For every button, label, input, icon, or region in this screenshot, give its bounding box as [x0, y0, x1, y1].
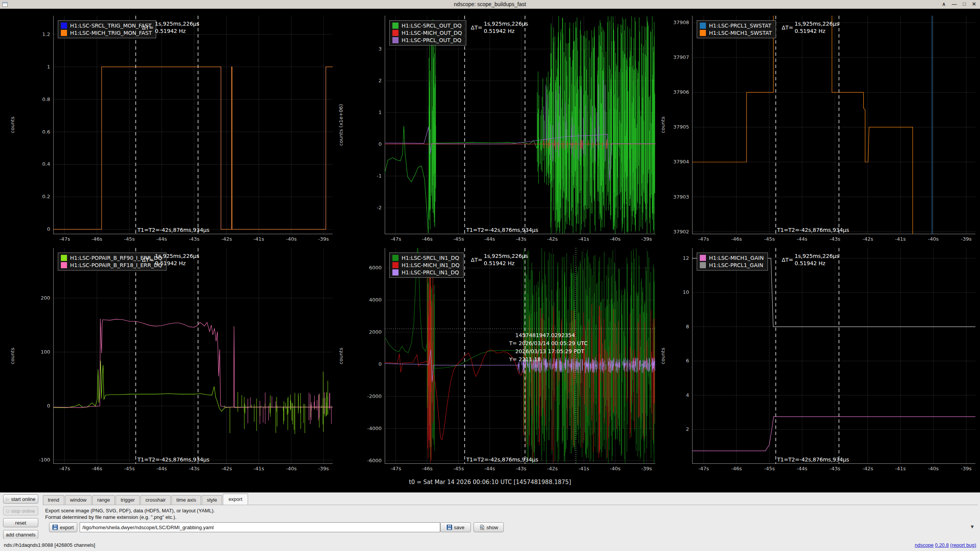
tab-style[interactable]: style: [202, 495, 222, 505]
maximize-window-button-icon[interactable]: □: [963, 0, 966, 8]
legend-item: H1:LSC-PRCL_OUT_DQ: [392, 37, 462, 43]
panel-dropdown-arrow[interactable]: ▼: [970, 524, 975, 530]
t0-timestamp-label: t0 = Sat Mar 14 2026 00:06:10 UTC [14574…: [0, 479, 980, 486]
export-controls-row: export save show ▼: [0, 522, 980, 533]
plot-gain[interactable]: 24681012-47s-46s-45s-44s-43s-42s-41s-40s…: [692, 248, 975, 464]
legend-item: H1:LSC-PRCL1_SWSTAT: [700, 23, 772, 29]
export-button[interactable]: export: [49, 522, 77, 532]
legend-channel-label: H1:LSC-PRCL1_SWSTAT: [709, 23, 771, 29]
legend-swatch: [392, 262, 399, 268]
tab-range[interactable]: range: [92, 495, 115, 505]
plot-lsc-in1[interactable]: -6000-4000-20000200040006000-47s-46s-45s…: [385, 248, 655, 464]
cursor-delta-t-readout: ΔT=1s,925ms,226µs0.51942 Hz: [782, 253, 839, 267]
x-tick-label: -47s: [53, 236, 76, 242]
show-button[interactable]: show: [474, 522, 504, 532]
legend[interactable]: H1:LSC-SRCL_TRIG_MON_FASTH1:LSC-MICH_TRI…: [58, 20, 156, 38]
plot-canvas-popair[interactable]: [53, 248, 333, 464]
stop-online-button[interactable]: □stop online: [3, 506, 38, 515]
plot-canvas-trig-mon[interactable]: [53, 16, 333, 234]
delta-t-values: 1s,925ms,226µs0.51942 Hz: [795, 20, 839, 35]
x-tick-label: -41s: [247, 236, 270, 242]
tab-export[interactable]: export: [223, 494, 248, 505]
legend[interactable]: H1:LSC-SRCL_OUT_DQH1:LSC-MICH_OUT_DQH1:L…: [389, 20, 466, 46]
y-tick-label: 0: [357, 361, 382, 367]
legend-channel-label: H1:LSC-PRCL_IN1_DQ: [402, 269, 459, 276]
x-tick-label: -44s: [150, 466, 173, 471]
delta-t-values: 1s,925ms,226µs0.51942 Hz: [484, 20, 528, 35]
legend[interactable]: H1:LSC-PRCL1_SWSTATH1:LSC-MICH1_SWSTAT: [697, 20, 776, 38]
y-tick-label: 2: [357, 78, 382, 83]
save-button[interactable]: save: [440, 522, 471, 532]
x-tick-label: -42s: [215, 236, 238, 242]
y-tick-label: 37905: [665, 124, 689, 130]
plot-canvas-lsc-out[interactable]: [385, 16, 655, 234]
start-online-button[interactable]: ▷start online: [3, 494, 38, 504]
x-tick-label: -46s: [416, 236, 439, 242]
link-ndscope[interactable]: ndscope: [915, 542, 934, 548]
legend[interactable]: H1:LSC-MICH1_GAINH1:LSC-PRCL1_GAIN: [697, 253, 768, 271]
delta-t-prefix: ΔT=: [471, 257, 482, 263]
tab-time-axis[interactable]: time axis: [172, 495, 201, 505]
export-path-input[interactable]: [80, 522, 440, 532]
legend-swatch: [700, 262, 706, 268]
x-tick-label: -40s: [604, 236, 627, 242]
x-tick-label: -45s: [447, 236, 470, 242]
x-tick-label: -41s: [572, 236, 595, 242]
legend-channel-label: H1:LSC-PRCL_OUT_DQ: [402, 37, 461, 43]
play-icon: ▷: [6, 497, 9, 502]
save-icon: [447, 525, 452, 530]
x-tick-label: -44s: [478, 466, 501, 471]
status-bar: nds://h1daqnds1:8088 [426805 channels] n…: [0, 539, 980, 551]
export-button-label: export: [60, 525, 74, 530]
plot-canvas-gain[interactable]: [692, 248, 975, 464]
cursor-t1t2-readout: T1=T2=-42s,876ms,934µs: [777, 456, 849, 463]
tab-window[interactable]: window: [65, 495, 91, 505]
link-report-bug[interactable]: (report bug): [950, 542, 976, 548]
tab-crosshair[interactable]: crosshair: [140, 495, 171, 505]
control-panel: ▷start online□stop onlineresetadd channe…: [0, 492, 980, 539]
x-tick-label: -41s: [889, 236, 912, 242]
y-tick-label: 0: [26, 403, 50, 409]
minimize-window-button-icon[interactable]: —: [952, 0, 957, 8]
plot-popair[interactable]: -1000100200-47s-46s-45s-44s-43s-42s-41s-…: [53, 248, 333, 464]
nds-server-status: nds://h1daqnds1:8088 [426805 channels]: [4, 542, 95, 548]
legend-channel-label: H1:LSC-SRCL_TRIG_MON_FAST: [70, 23, 152, 29]
x-tick-label: -45s: [447, 466, 470, 471]
close-window-button-icon[interactable]: ✕: [972, 0, 976, 8]
legend[interactable]: H1:LSC-SRCL_IN1_DQH1:LSC-MICH_IN1_DQH1:L…: [389, 253, 464, 278]
window-titlebar[interactable]: ndscope: scope_buildups_fast ∧—□✕: [0, 0, 980, 9]
floppy-disk-icon: [52, 525, 58, 530]
legend-item: H1:LSC-SRCL_IN1_DQ: [392, 255, 459, 261]
cursor-delta-t-readout: ΔT=1s,925ms,226µs0.51942 Hz: [142, 253, 199, 267]
show-button-label: show: [487, 525, 498, 530]
y-tick-label: -4000: [357, 425, 382, 431]
legend-swatch: [61, 262, 67, 268]
link-0.20.8[interactable]: 0.20.8: [935, 542, 949, 548]
legend-swatch: [700, 255, 706, 261]
tab-trend[interactable]: trend: [43, 495, 64, 505]
legend-channel-label: H1:LSC-SRCL_IN1_DQ: [402, 255, 459, 261]
legend-item: H1:LSC-PRCL1_GAIN: [700, 262, 764, 268]
x-tick-label: -47s: [692, 236, 715, 242]
legend-item: H1:LSC-PRCL_IN1_DQ: [392, 269, 459, 276]
tab-trigger[interactable]: trigger: [116, 495, 140, 505]
delta-t-prefix: ΔT=: [142, 24, 154, 31]
x-tick-label: -42s: [541, 236, 564, 242]
delta-t-prefix: ΔT=: [471, 24, 482, 31]
stop-icon: □: [7, 509, 9, 513]
x-tick-label: -46s: [85, 236, 108, 242]
y-tick-label: 0.4: [26, 161, 50, 167]
plot-canvas-swstat[interactable]: [692, 16, 975, 234]
y-tick-label: 0: [26, 226, 50, 232]
plot-trig-mon[interactable]: 00.20.40.60.811.2-47s-46s-45s-44s-43s-42…: [53, 16, 333, 234]
plot-swstat[interactable]: 37902379033790437905379063790737908-47s-…: [692, 16, 975, 234]
y-tick-label: 100: [26, 349, 50, 355]
shade-window-button-icon[interactable]: ∧: [942, 0, 946, 8]
x-tick-label: -39s: [635, 236, 658, 242]
cursor-t1t2-readout: T1=T2=-42s,876ms,934µs: [466, 456, 538, 463]
x-tick-label: -44s: [791, 236, 813, 242]
x-tick-label: -42s: [856, 466, 879, 471]
export-description-line2: Format determined by file name extension…: [45, 514, 215, 520]
plot-lsc-out[interactable]: -2-10123-47s-46s-45s-44s-43s-42s-41s-40s…: [385, 16, 655, 234]
x-tick-label: -41s: [247, 466, 270, 471]
